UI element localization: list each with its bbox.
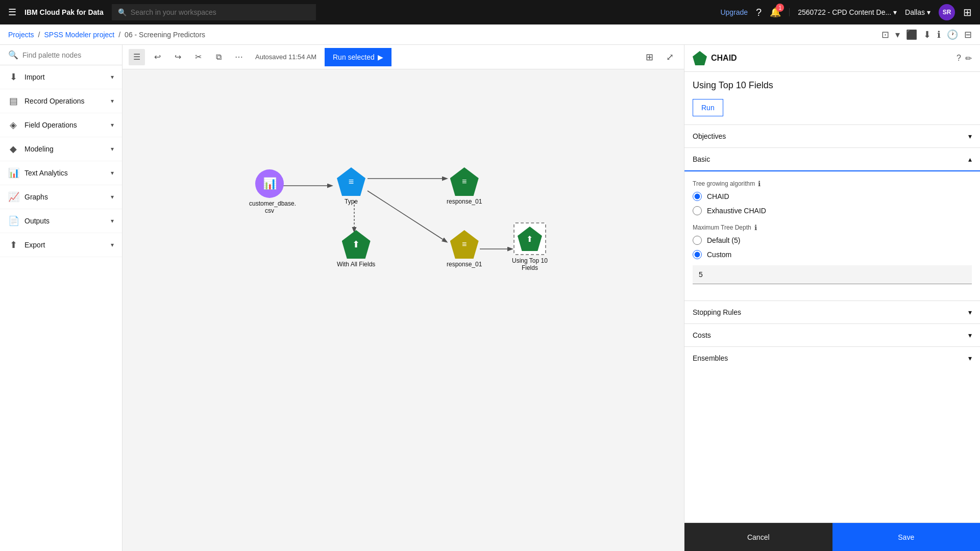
tree-algorithm-label: Tree growing algorithm ℹ — [693, 180, 972, 188]
breadcrumb-icon-1[interactable]: ⊡ — [881, 29, 889, 40]
toolbar: ☰ ↩ ↪ ✂ ⧉ ⋯ Autosaved 11:54 AM Run selec… — [122, 45, 684, 69]
workspace-name: 2560722 - CPD Content De... — [798, 8, 891, 16]
node-customer-dbase[interactable]: 📊 customer_dbase.csv — [249, 169, 290, 214]
basic-header[interactable]: Basic ▴ — [684, 148, 980, 170]
costs-label: Costs — [693, 331, 711, 339]
objectives-header[interactable]: Objectives ▾ — [684, 125, 980, 147]
using-top-10-label: Using Top 10Fields — [512, 257, 548, 271]
chaid-radio-label: CHAID — [707, 192, 729, 201]
export-chevron-icon: ▾ — [111, 241, 114, 248]
grid-icon[interactable]: ⊞ — [963, 6, 972, 18]
default-depth-radio[interactable] — [693, 236, 702, 245]
graphs-chevron-icon: ▾ — [111, 193, 114, 201]
export-icon: ⬆ — [8, 239, 18, 251]
palette-toggle-button[interactable]: ☰ — [129, 49, 145, 65]
workspace-selector[interactable]: 2560722 - CPD Content De... ▾ — [789, 8, 897, 16]
custom-depth-radio-item[interactable]: Custom — [693, 250, 972, 259]
custom-depth-radio[interactable] — [693, 250, 702, 259]
breadcrumb-chevron[interactable]: ▾ — [895, 29, 900, 40]
breadcrumb-settings-icon[interactable]: ⊟ — [964, 29, 972, 40]
user-avatar[interactable]: SR — [939, 4, 955, 20]
run-label: Run — [701, 104, 715, 112]
exhaustive-chaid-radio[interactable] — [693, 206, 702, 215]
breadcrumb-history-icon[interactable]: 🕐 — [947, 29, 958, 40]
undo-button[interactable]: ↩ — [149, 49, 165, 65]
custom-depth-input[interactable] — [693, 265, 972, 284]
more-button[interactable]: ⋯ — [231, 49, 247, 65]
sidebar-item-graphs[interactable]: 📈 Graphs ▾ — [0, 185, 122, 209]
node-type[interactable]: ≡ Type — [337, 167, 365, 205]
response01-top-label: response_01 — [447, 198, 482, 205]
import-chevron-icon: ▾ — [111, 73, 114, 81]
chaid-radio-item[interactable]: CHAID — [693, 192, 972, 201]
copy-button[interactable]: ⧉ — [210, 49, 227, 65]
ensembles-header[interactable]: Ensembles ▾ — [684, 347, 980, 369]
panel-edit-icon[interactable]: ✏ — [965, 54, 972, 63]
search-icon: 🔍 — [118, 8, 127, 16]
basic-section: Basic ▴ Tree growing algorithm ℹ C — [684, 147, 980, 300]
sidebar-item-record-operations[interactable]: ▤ Record Operations ▾ — [0, 89, 122, 113]
tree-algorithm-info-icon[interactable]: ℹ — [758, 180, 761, 188]
with-all-fields-label: With All Fields — [337, 261, 375, 268]
global-search[interactable]: 🔍 — [112, 4, 316, 20]
expand-button[interactable]: ⤢ — [662, 49, 678, 65]
breadcrumb-projects[interactable]: Projects — [8, 31, 34, 39]
basic-label: Basic — [693, 155, 710, 163]
help-button[interactable]: ? — [756, 7, 762, 18]
breadcrumb-icon-2[interactable]: ⬛ — [906, 29, 917, 40]
sidebar-label-field-operations: Field Operations — [24, 121, 105, 129]
panel-footer: Cancel Save — [684, 522, 980, 551]
node-response01-top[interactable]: ≡ response_01 — [447, 167, 482, 205]
upgrade-button[interactable]: Upgrade — [720, 8, 748, 16]
redo-button[interactable]: ↪ — [169, 49, 186, 65]
chaid-radio[interactable] — [693, 192, 702, 201]
notifications-button[interactable]: 🔔 1 — [770, 7, 781, 18]
notification-badge: 1 — [776, 4, 784, 12]
breadcrumb-modeler[interactable]: SPSS Modeler project — [44, 31, 114, 39]
save-button[interactable]: Save — [832, 523, 981, 551]
main-layout: 🔍 ⬇ Import ▾ ▤ Record Operations ▾ ◈ Fie… — [0, 45, 980, 551]
max-tree-depth-info-icon[interactable]: ℹ — [754, 223, 757, 232]
run-button[interactable]: Run — [693, 99, 723, 116]
cancel-button[interactable]: Cancel — [684, 523, 832, 551]
toolbar-right-tools: ⊞ ⤢ — [641, 49, 678, 65]
breadcrumb-download-icon[interactable]: ⬇ — [923, 29, 931, 40]
run-play-icon: ▶ — [378, 53, 383, 61]
node-with-all-fields[interactable]: ⬆ With All Fields — [337, 230, 375, 268]
hamburger-menu[interactable]: ☰ — [8, 7, 16, 18]
basic-body: Tree growing algorithm ℹ CHAID Exhaustiv… — [684, 170, 980, 300]
sidebar-label-outputs: Outputs — [24, 217, 105, 225]
panel-header: CHAID ? ✏ — [684, 45, 980, 72]
objectives-chevron-icon: ▾ — [968, 132, 972, 140]
exhaustive-chaid-radio-item[interactable]: Exhaustive CHAID — [693, 206, 972, 215]
sidebar-item-outputs[interactable]: 📄 Outputs ▾ — [0, 209, 122, 233]
sidebar-search-icon: 🔍 — [8, 50, 18, 60]
region-selector[interactable]: Dallas ▾ — [905, 8, 930, 16]
search-input[interactable] — [131, 8, 310, 16]
flow-canvas[interactable]: 📊 customer_dbase.csv ≡ Type ≡ response_0… — [122, 69, 684, 551]
sidebar-item-text-analytics[interactable]: 📊 Text Analytics ▾ — [0, 161, 122, 185]
default-depth-radio-item[interactable]: Default (5) — [693, 236, 972, 245]
table-view-button[interactable]: ⊞ — [641, 49, 657, 65]
breadcrumb-info-icon[interactable]: ℹ — [937, 29, 941, 40]
sidebar-label-modeling: Modeling — [24, 145, 105, 153]
field-operations-chevron-icon: ▾ — [111, 121, 114, 129]
panel-help-icon[interactable]: ? — [957, 54, 961, 63]
stopping-rules-header[interactable]: Stopping Rules ▾ — [684, 301, 980, 323]
sidebar-item-import[interactable]: ⬇ Import ▾ — [0, 65, 122, 89]
response01-bottom-icon: ≡ — [462, 240, 467, 249]
panel-subtitle: Using Top 10 Fields — [684, 72, 980, 95]
sidebar-search-input[interactable] — [22, 51, 114, 59]
costs-header[interactable]: Costs ▾ — [684, 324, 980, 346]
using-top-10-box[interactable]: ⬆ — [513, 222, 546, 255]
response01-top-icon: ≡ — [462, 177, 467, 186]
sidebar-item-field-operations[interactable]: ◈ Field Operations ▾ — [0, 113, 122, 137]
record-operations-chevron-icon: ▾ — [111, 97, 114, 105]
node-response01-bottom[interactable]: ≡ response_01 — [447, 230, 482, 268]
node-using-top-10[interactable]: ⬆ Using Top 10Fields — [512, 222, 548, 271]
cut-button[interactable]: ✂ — [190, 49, 206, 65]
run-selected-button[interactable]: Run selected ▶ — [325, 48, 391, 66]
basic-chevron-icon: ▴ — [968, 155, 972, 163]
sidebar-item-export[interactable]: ⬆ Export ▾ — [0, 233, 122, 257]
sidebar-item-modeling[interactable]: ◆ Modeling ▾ — [0, 137, 122, 161]
